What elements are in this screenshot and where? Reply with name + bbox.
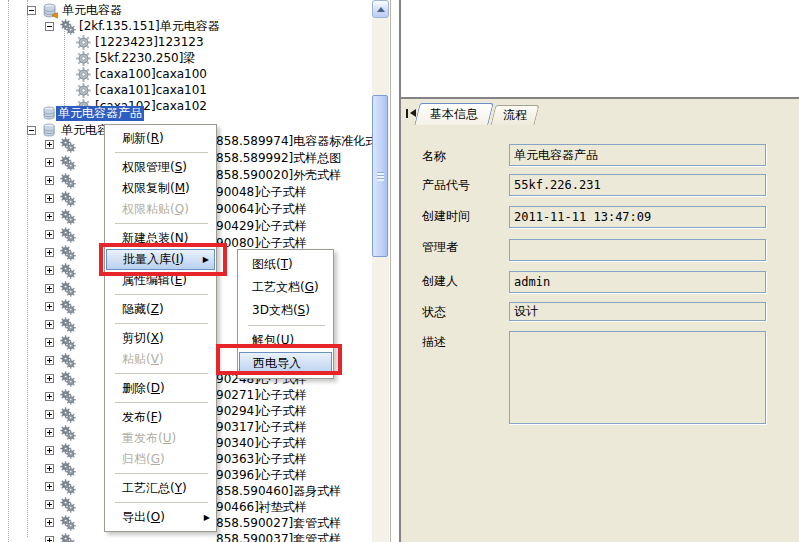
tree-item-text[interactable]: 858.589974]电容器标准化式样 <box>216 134 372 149</box>
tree-expander-plus-icon[interactable] <box>45 356 54 365</box>
gear-icon <box>76 83 92 99</box>
tree-guide-line <box>8 0 9 542</box>
tree-expander-plus-icon[interactable] <box>45 266 54 275</box>
context-menu-item[interactable]: 删除(D) <box>106 378 215 399</box>
description-label: 描述 <box>422 335 446 349</box>
tree-item[interactable]: [caxa100]caxa100 <box>95 67 207 82</box>
tree-item-text[interactable]: 90466]衬垫式样 <box>216 500 307 515</box>
tree-item-text[interactable]: 858.590020]外壳式样 <box>216 168 341 183</box>
context-menu-item[interactable]: 属性编辑(E) <box>106 270 215 291</box>
tree-expander-plus-icon[interactable] <box>45 140 54 149</box>
status-field[interactable]: 设计 <box>509 302 766 321</box>
tree-item-text[interactable]: 90271]心子式样 <box>216 388 307 403</box>
tree-expander-plus-icon[interactable] <box>45 248 54 257</box>
tree-guide-line <box>64 28 65 106</box>
tree-item-text[interactable]: 90317]心子式样 <box>216 420 307 435</box>
creator-field[interactable]: admin <box>509 271 766 293</box>
context-menu-separator <box>106 320 215 328</box>
gears-icon <box>60 299 76 315</box>
context-menu-item[interactable]: 刷新(R) <box>106 128 215 149</box>
tab-basic-info[interactable]: 基本信息 <box>414 103 493 125</box>
gear-icon <box>76 35 92 51</box>
tree-expander-minus-icon[interactable] <box>45 22 54 31</box>
tree-item-text[interactable]: 858.589992]式样总图 <box>216 151 341 166</box>
tree-item-text[interactable]: 858.590037]套管式样 <box>216 532 341 542</box>
context-menu-item[interactable]: 权限管理(S) <box>106 157 215 178</box>
context-menu-item[interactable]: 权限复制(M) <box>106 178 215 199</box>
create-time-label: 创建时间 <box>422 209 470 223</box>
tree-item[interactable]: [caxa101]caxa101 <box>95 83 207 98</box>
tree-expander-plus-icon[interactable] <box>45 338 54 347</box>
context-menu-item[interactable]: 新建总装(N) <box>106 228 215 249</box>
scrollbar-grip-icon <box>377 172 384 181</box>
status-label: 状态 <box>422 305 446 319</box>
context-menu-separator <box>106 149 215 157</box>
right-pane: 基本信息 流程 名称 单元电容器产品 产品代号 55kf.226.231 创建时… <box>399 0 799 542</box>
tree-expander-plus-icon[interactable] <box>45 212 54 221</box>
tab-process[interactable]: 流程 <box>491 105 540 125</box>
tree-scrollbar[interactable] <box>372 0 389 542</box>
tree-guide-line <box>27 131 28 537</box>
tree-expander-plus-icon[interactable] <box>45 194 54 203</box>
create-time-field[interactable]: 2011-11-11 13:47:09 <box>509 206 766 228</box>
tree-expander-minus-icon[interactable] <box>27 6 36 15</box>
scrollbar-thumb[interactable] <box>372 95 388 257</box>
description-field[interactable] <box>509 331 766 424</box>
tree-expander-plus-icon[interactable] <box>45 536 54 542</box>
tree-item[interactable]: [2kf.135.151]单元电容器 <box>79 19 220 34</box>
context-menu-item[interactable]: 工艺汇总(Y) <box>106 478 215 499</box>
gears-icon <box>60 317 76 333</box>
name-field[interactable]: 单元电容器产品 <box>509 144 766 166</box>
context-menu-separator <box>106 399 215 407</box>
context-menu-item: 粘贴(V) <box>106 349 215 370</box>
context-menu-item[interactable]: 发布(F) <box>106 407 215 428</box>
tree-expander-plus-icon[interactable] <box>45 482 54 491</box>
tree-expander-plus-icon[interactable] <box>45 410 54 419</box>
scrollbar-up-button[interactable] <box>372 0 389 18</box>
tree-expander-plus-icon[interactable] <box>45 446 54 455</box>
tree-item-text[interactable]: 90363]心子式样 <box>216 452 307 467</box>
tree-item[interactable]: [1223423]123123 <box>95 35 204 50</box>
tree-item[interactable]: [5kf.2230.250]梁 <box>95 51 195 66</box>
tree-expander-plus-icon[interactable] <box>45 158 54 167</box>
tree-expander-plus-icon[interactable] <box>45 284 54 293</box>
tree-item-text[interactable]: 858.590460]器身式样 <box>216 484 341 499</box>
tree-expander-plus-icon[interactable] <box>45 500 54 509</box>
tree-expander-plus-icon[interactable] <box>45 320 54 329</box>
tree-expander-plus-icon[interactable] <box>45 392 54 401</box>
tree-item-text[interactable]: 90429]心子式样 <box>216 219 307 234</box>
submenu-item[interactable]: 3D文档(S) <box>239 299 332 322</box>
panel-splitter[interactable] <box>389 0 399 542</box>
context-menu-item-batch-import[interactable]: 批量入库(I)▶ <box>106 249 215 270</box>
submenu-item-xidian-import[interactable]: 西电导入 <box>239 352 332 375</box>
tree-item-text[interactable]: 90048]心子式样 <box>216 185 307 200</box>
name-label: 名称 <box>422 149 446 163</box>
tree-item-text[interactable]: 858.590027]套管式样 <box>216 516 341 531</box>
tree-expander-plus-icon[interactable] <box>45 230 54 239</box>
tree-item-text[interactable]: 90294]心子式样 <box>216 404 307 419</box>
database-icon <box>42 123 58 139</box>
tree-expander-plus-icon[interactable] <box>45 428 54 437</box>
submenu-item[interactable]: 图纸(T) <box>239 253 332 276</box>
tree-item[interactable]: 单元电容器 <box>62 3 122 18</box>
submenu-item[interactable]: 解包(U) <box>239 329 332 352</box>
manager-field[interactable] <box>509 239 766 261</box>
tree-expander-plus-icon[interactable] <box>45 302 54 311</box>
tree-expander-plus-icon[interactable] <box>45 464 54 473</box>
context-menu-item[interactable]: 剪切(X) <box>106 328 215 349</box>
tree-item-text[interactable]: 90340]心子式样 <box>216 436 307 451</box>
gears-icon <box>60 227 76 243</box>
tree-item-selected[interactable]: 单元电容器产品 <box>56 106 144 121</box>
tree-expander-minus-icon[interactable] <box>27 126 36 135</box>
tree-item-text[interactable]: 90396]心子式样 <box>216 468 307 483</box>
gears-icon <box>60 155 76 171</box>
context-menu-item[interactable]: 隐藏(Z) <box>106 299 215 320</box>
tree-expander-plus-icon[interactable] <box>45 176 54 185</box>
tree-expander-plus-icon[interactable] <box>45 374 54 383</box>
context-menu-item[interactable]: 导出(O)▶ <box>106 507 215 528</box>
database-link-icon <box>42 3 58 19</box>
tree-expander-plus-icon[interactable] <box>45 518 54 527</box>
tree-item-text[interactable]: 90064]心子式样 <box>216 202 307 217</box>
product-code-field[interactable]: 55kf.226.231 <box>509 174 766 196</box>
submenu-item[interactable]: 工艺文档(G) <box>239 276 332 299</box>
